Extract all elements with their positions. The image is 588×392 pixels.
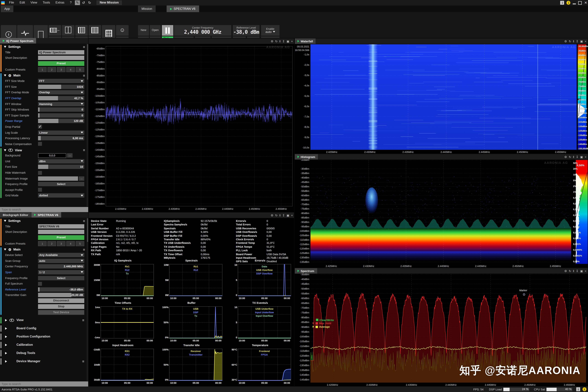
tab-blockgraph-editor[interactable]: Blockgraph Editor	[0, 212, 31, 218]
slider[interactable]: 120 dB	[38, 119, 84, 123]
color-swatch[interactable]: 0,0,0	[38, 153, 66, 158]
dropdown[interactable]: Linear	[38, 130, 84, 135]
checkbox[interactable]: ✓	[38, 125, 42, 129]
sidebar-item-board-config[interactable]: Board Config	[0, 325, 87, 332]
preset-3[interactable]: 3	[57, 241, 66, 246]
checkbox[interactable]	[38, 142, 42, 146]
refresh-icon[interactable]: ↻	[569, 155, 571, 159]
disconnect-button[interactable]: Disconnect	[38, 298, 84, 303]
layout-3-columns-button[interactable]	[75, 25, 88, 36]
slider[interactable]: -38,0 dBm	[38, 287, 84, 292]
select-button[interactable]: Select	[38, 182, 84, 186]
scrollbar[interactable]	[87, 218, 88, 381]
tab-mission[interactable]: Mission	[138, 6, 156, 12]
mini-chart-spectra_s[interactable]: 10M5M0M10:0005:0000:00Rx1Rx2	[158, 264, 224, 302]
section-header-main[interactable]: ⚙Main≡	[0, 73, 87, 78]
section-header-settings[interactable]: Settings≡	[0, 44, 87, 50]
close-icon[interactable]: ×	[585, 269, 586, 273]
refresh-icon[interactable]: ↻	[275, 214, 278, 217]
preset-2[interactable]: 2	[48, 241, 56, 246]
section-header-settings[interactable]: Settings≡	[0, 218, 87, 224]
layout-4-columns-button[interactable]	[88, 25, 101, 36]
pause-icon[interactable]: ‖	[573, 269, 574, 273]
section-menu-icon[interactable]: ≡	[83, 45, 85, 49]
mini-chart-temperature[interactable]: 90°C60°C30°C10:0005:0000:00FrontendFPGA	[227, 348, 293, 386]
download-icon[interactable]: ↧	[576, 269, 578, 273]
dropdown[interactable]: 1 / 2	[38, 270, 84, 274]
info-box-icon[interactable]: i	[576, 387, 580, 391]
info-circle-icon[interactable]: i	[566, 1, 570, 5]
preset-5[interactable]: 5	[76, 67, 84, 72]
slider[interactable]: 10	[38, 165, 84, 169]
slider[interactable]: 1024	[38, 84, 84, 89]
pause-button[interactable]	[162, 25, 173, 36]
redo-button[interactable]: ↻	[87, 0, 92, 5]
layout-columns-resize-button[interactable]: ↔	[48, 25, 61, 36]
info-circle-icon[interactable]: i	[582, 387, 586, 391]
close-icon[interactable]: ×	[291, 214, 293, 217]
menu-help[interactable]: ?	[67, 0, 74, 6]
close-button[interactable]: ✕	[584, 0, 587, 6]
dropdown[interactable]: Any Available	[38, 253, 84, 257]
refresh-icon[interactable]: ↻	[275, 40, 278, 43]
checkbox[interactable]	[38, 282, 42, 286]
close-icon[interactable]: ×	[291, 40, 293, 43]
slider[interactable]: 0	[38, 108, 84, 112]
download-icon[interactable]: ↧	[576, 155, 578, 159]
dropdown[interactable]: dotted	[38, 194, 84, 198]
pause-icon[interactable]: ‖	[279, 214, 280, 217]
download-icon[interactable]: ↧	[576, 40, 578, 43]
edit-pencil-button[interactable]: ✎	[75, 0, 80, 5]
iq-power-spectrum-chart[interactable]: -65dBm-70dBm-75dBm-80dBm-85dBm-90dBm-95d…	[88, 44, 295, 212]
info-box-icon[interactable]: i	[560, 1, 564, 5]
legend-item-max-hold[interactable]: ✕Max Hold	[312, 322, 334, 325]
sidebar-item-device-manager[interactable]: Device Manager≡	[0, 358, 87, 364]
layout-2-columns-button[interactable]	[62, 25, 74, 36]
select-button[interactable]: Select	[38, 276, 84, 280]
tab-spectran-v6[interactable]: SPECTRAN V6	[166, 6, 199, 12]
browse-button[interactable]: ...	[79, 176, 84, 180]
test-device-button[interactable]: Test Device	[38, 310, 84, 315]
section-menu-icon[interactable]: ≡	[83, 148, 85, 152]
preset-4[interactable]: 4	[66, 241, 75, 246]
section-menu-icon[interactable]: ≡	[82, 360, 84, 364]
section-header-main[interactable]: ⚙Main≡	[0, 247, 87, 252]
section-menu-icon[interactable]: ≡	[83, 219, 85, 223]
slider[interactable]: 0	[38, 113, 84, 118]
minimize-button[interactable]	[573, 4, 576, 4]
section-menu-icon[interactable]: ≡	[83, 248, 85, 252]
new-mission-button[interactable]: New Mission	[96, 0, 122, 5]
section-header-view[interactable]: View≡	[0, 148, 87, 153]
mini-chart-buffer[interactable]: 100%50%0%10:0005:0000:00USBDSPTx	[158, 306, 224, 344]
section-menu-icon[interactable]: ≡	[83, 74, 85, 78]
close-icon[interactable]: ×	[585, 40, 586, 43]
download-icon[interactable]: ↧	[282, 214, 285, 217]
preset-button[interactable]: Preset	[38, 235, 84, 240]
copy-icon[interactable]: ▣	[580, 40, 583, 43]
tab-waterfall[interactable]: Waterfall	[295, 38, 316, 44]
menu-extras[interactable]: Extras	[53, 0, 67, 6]
legend-item-average[interactable]: ✕Average	[312, 325, 334, 328]
mini-chart-transfer_idle[interactable]: 100%50%0%10:0005:0000:00ReceiverTransmit…	[158, 348, 224, 386]
gear-icon[interactable]: ⚙	[564, 40, 567, 43]
preset-1[interactable]: 1	[38, 67, 47, 72]
waterfall-chart[interactable]: 2.425MHz2.430MHz2.435MHz2.440MHz2.445MHz…	[295, 44, 588, 154]
stop-button[interactable]: Stop	[38, 304, 84, 309]
new-button[interactable]: New	[138, 25, 149, 36]
preset-2[interactable]: 2	[48, 67, 56, 72]
slider[interactable]: -20,00 dB	[38, 293, 84, 297]
text-input[interactable]	[38, 230, 84, 234]
file-input[interactable]	[38, 176, 78, 180]
text-input[interactable]: SPECTRAN V6	[38, 224, 84, 228]
checkbox[interactable]	[38, 188, 42, 192]
menu-edit[interactable]: Edit	[17, 0, 28, 6]
happy-smiley-button[interactable]: ☺	[116, 25, 128, 36]
slider[interactable]: 42,7 %	[38, 96, 84, 100]
open-button[interactable]: Open	[150, 25, 161, 36]
pause-icon[interactable]: ‖	[573, 40, 574, 43]
dropdown[interactable]: auto	[38, 258, 84, 263]
copy-icon[interactable]: ▣	[286, 40, 289, 43]
dropdown[interactable]: dBm	[38, 159, 84, 164]
checkbox[interactable]	[38, 171, 42, 175]
mini-chart-time_offsets[interactable]: 1ms0ms-1ms10:0005:0000:00TX to RX	[90, 306, 156, 344]
